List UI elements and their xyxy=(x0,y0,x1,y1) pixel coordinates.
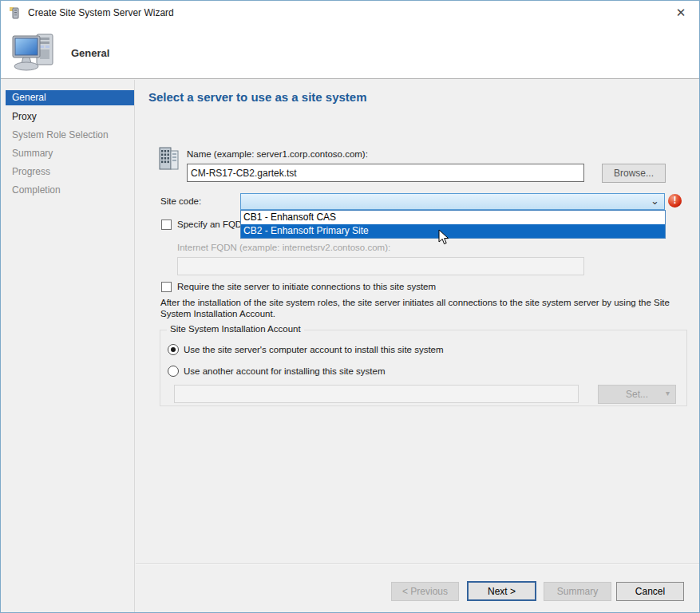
option-cb1[interactable]: CB1 - Enhansoft CAS xyxy=(241,211,665,224)
previous-button: < Previous xyxy=(391,582,459,601)
other-account-radio[interactable] xyxy=(168,366,179,377)
site-code-dropdown[interactable]: ⌄ xyxy=(240,193,665,210)
server-name-input[interactable] xyxy=(187,164,584,182)
sidebar-item-system-role-selection: System Role Selection xyxy=(6,127,134,145)
internet-fqdn-input xyxy=(177,257,584,275)
installation-account-group-title: Site System Installation Account xyxy=(167,324,304,334)
server-building-icon xyxy=(159,146,180,171)
page-title: Select a server to use as a site system xyxy=(148,90,367,104)
close-button[interactable]: ✕ xyxy=(672,4,690,22)
require-connections-label: Require the site server to initiate conn… xyxy=(177,282,436,291)
account-input xyxy=(174,385,579,403)
sidebar-item-completion: Completion xyxy=(6,182,134,200)
app-icon xyxy=(9,6,22,19)
cancel-button[interactable]: Cancel xyxy=(616,582,684,601)
wizard-page-general: Select a server to use as a site system … xyxy=(136,80,699,612)
set-account-arrow-icon: ▾ xyxy=(666,389,670,397)
footer-divider xyxy=(136,564,699,565)
site-code-label: Site code: xyxy=(160,196,201,206)
window-title: Create Site System Server Wizard xyxy=(28,7,174,18)
sidebar-item-proxy[interactable]: Proxy xyxy=(6,109,134,127)
name-field-label: Name (example: server1.corp.contoso.com)… xyxy=(187,149,368,159)
computer-icon xyxy=(11,31,59,76)
wizard-header: General xyxy=(1,25,699,79)
summary-button: Summary xyxy=(544,582,611,601)
other-account-label: Use another account for installing this … xyxy=(184,366,385,376)
sidebar-item-progress: Progress xyxy=(6,164,134,182)
specify-fqdn-label: Specify an FQD xyxy=(177,219,242,229)
wizard-window: Create Site System Server Wizard ✕ Gener… xyxy=(0,0,700,613)
option-cb2[interactable]: CB2 - Enhansoft Primary Site xyxy=(241,224,665,238)
site-code-option-list[interactable]: CB1 - Enhansoft CAS CB2 - Enhansoft Prim… xyxy=(240,210,666,239)
header-page-label: General xyxy=(71,47,109,59)
mouse-cursor xyxy=(438,229,449,245)
installation-note: After the installation of the site syste… xyxy=(160,297,694,319)
next-button[interactable]: Next > xyxy=(467,581,536,601)
sidebar-item-summary: Summary xyxy=(6,145,134,164)
browse-button[interactable]: Browse... xyxy=(602,164,666,183)
wizard-steps-sidebar: General Proxy System Role Selection Summ… xyxy=(1,80,135,612)
computer-account-radio[interactable] xyxy=(168,344,179,355)
sidebar-item-general[interactable]: General xyxy=(6,90,134,105)
error-icon: ! xyxy=(668,194,682,208)
set-account-label: Set... xyxy=(626,389,648,400)
internet-fqdn-label: Internet FQDN (example: internetsrv2.con… xyxy=(177,243,390,252)
title-bar: Create Site System Server Wizard ✕ xyxy=(1,1,699,25)
require-connections-checkbox[interactable] xyxy=(161,282,172,292)
installation-account-group: Site System Installation Account Use the… xyxy=(160,330,687,406)
set-account-button: Set... ▾ xyxy=(598,385,676,404)
chevron-down-icon: ⌄ xyxy=(651,195,659,207)
computer-account-label: Use the site server's computer account t… xyxy=(184,345,444,354)
specify-fqdn-checkbox[interactable] xyxy=(161,219,172,230)
